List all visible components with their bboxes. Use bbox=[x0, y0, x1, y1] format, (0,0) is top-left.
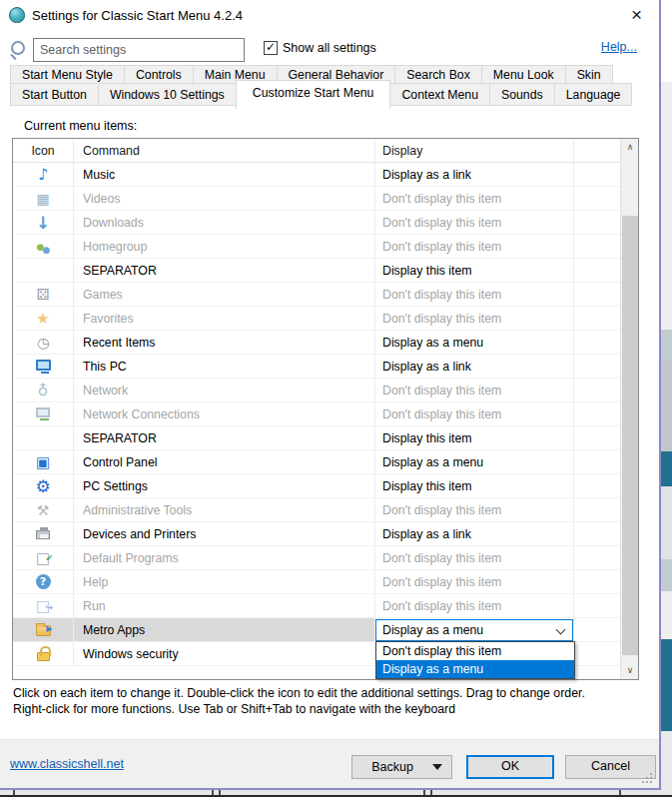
display-value[interactable]: Don't display this item bbox=[382, 551, 501, 565]
display-value[interactable]: Display this item bbox=[382, 479, 472, 493]
tab-row-2: Start ButtonWindows 10 SettingsCustomize… bbox=[10, 83, 653, 112]
menu-item-row-downloads[interactable]: DownloadsDon't display this item bbox=[13, 211, 638, 235]
this-pc-icon[interactable] bbox=[36, 360, 51, 371]
current-menu-items-label: Current menu items: bbox=[24, 119, 137, 133]
menu-item-row-pc-settings[interactable]: PC SettingsDisplay this item bbox=[13, 474, 638, 498]
homegroup-icon[interactable] bbox=[34, 238, 52, 256]
dropdown-option-don-t-display-this-item[interactable]: Don't display this item bbox=[376, 642, 574, 660]
display-value[interactable]: Display as a link bbox=[382, 168, 471, 182]
menu-item-row-this-pc[interactable]: This PCDisplay as a link bbox=[13, 355, 638, 379]
tab-start-menu-style[interactable]: Start Menu Style bbox=[10, 65, 125, 84]
control-panel-icon[interactable] bbox=[34, 453, 52, 471]
display-value[interactable]: Display as a menu bbox=[382, 336, 483, 350]
display-value[interactable]: Don't display this item bbox=[382, 192, 501, 206]
search-input[interactable] bbox=[33, 38, 245, 62]
menu-item-row-network-connections[interactable]: Network ConnectionsDon't display this it… bbox=[13, 402, 638, 426]
tab-skin[interactable]: Skin bbox=[565, 65, 613, 84]
menu-item-row-separator[interactable]: SEPARATORDisplay this item bbox=[13, 426, 638, 450]
background-gridline bbox=[619, 790, 621, 795]
table-header: Icon Command Display bbox=[13, 139, 638, 163]
network-connections-icon[interactable] bbox=[36, 407, 50, 417]
tab-search-box[interactable]: Search Box bbox=[394, 65, 482, 84]
display-value[interactable]: Display this item bbox=[382, 264, 472, 278]
tab-language[interactable]: Language bbox=[554, 83, 633, 106]
menu-item-row-videos[interactable]: VideosDon't display this item bbox=[13, 187, 638, 211]
checkbox-label: Show all settings bbox=[283, 41, 376, 55]
videos-icon[interactable] bbox=[34, 190, 52, 208]
backup-button[interactable]: Backup bbox=[351, 755, 452, 779]
scrollbar-down-icon[interactable]: ∨ bbox=[621, 662, 639, 679]
classicshell-link[interactable]: www.classicshell.net bbox=[10, 757, 124, 771]
display-value[interactable]: Don't display this item bbox=[382, 599, 501, 613]
vertical-scrollbar[interactable]: ∧ ∨ bbox=[620, 139, 638, 679]
resize-grip[interactable] bbox=[650, 773, 652, 775]
menu-item-row-administrative-tools[interactable]: Administrative ToolsDon't display this i… bbox=[13, 498, 638, 522]
display-value[interactable]: Display as a link bbox=[382, 360, 471, 374]
menu-item-row-help[interactable]: HelpDon't display this item bbox=[13, 570, 638, 594]
table-rows: MusicDisplay as a linkVideosDon't displa… bbox=[13, 163, 638, 666]
scrollbar-up-icon[interactable]: ∧ bbox=[621, 139, 639, 156]
metro-apps-icon[interactable] bbox=[36, 625, 51, 636]
show-all-settings-checkbox[interactable]: Show all settings bbox=[264, 41, 376, 55]
display-value[interactable]: Don't display this item bbox=[382, 288, 501, 302]
tab-context-menu[interactable]: Context Menu bbox=[389, 83, 490, 106]
window-title: Settings for Classic Start Menu 4.2.4 bbox=[32, 8, 243, 23]
display-value[interactable]: Display as a link bbox=[382, 527, 471, 541]
run-icon[interactable] bbox=[34, 597, 52, 615]
display-combobox[interactable]: Display as a menu bbox=[375, 619, 573, 641]
downloads-icon[interactable] bbox=[34, 214, 52, 232]
tab-controls[interactable]: Controls bbox=[124, 65, 194, 84]
menu-item-row-music[interactable]: MusicDisplay as a link bbox=[13, 163, 638, 187]
menu-item-row-games[interactable]: GamesDon't display this item bbox=[13, 283, 638, 307]
close-icon[interactable]: × bbox=[614, 1, 659, 30]
background-window-fragment bbox=[661, 330, 672, 360]
menu-item-row-homegroup[interactable]: HomegroupDon't display this item bbox=[13, 235, 638, 259]
chevron-down-icon bbox=[556, 625, 566, 635]
checkbox-checked-icon[interactable] bbox=[264, 41, 278, 55]
admin-tools-icon[interactable] bbox=[34, 501, 52, 519]
music-note-icon[interactable] bbox=[34, 166, 52, 184]
scrollbar-thumb[interactable] bbox=[622, 216, 638, 655]
help-link[interactable]: Help... bbox=[601, 40, 637, 54]
network-icon[interactable] bbox=[34, 382, 52, 399]
tab-sounds[interactable]: Sounds bbox=[489, 83, 555, 106]
cancel-button[interactable]: Cancel bbox=[565, 755, 656, 779]
menu-item-row-separator[interactable]: SEPARATORDisplay this item bbox=[13, 259, 638, 283]
ok-button[interactable]: OK bbox=[466, 755, 554, 779]
menu-item-row-devices-and-printers[interactable]: Devices and PrintersDisplay as a link bbox=[13, 522, 638, 546]
favorites-icon[interactable] bbox=[34, 310, 52, 328]
menu-item-row-run[interactable]: RunDon't display this item bbox=[13, 594, 638, 618]
display-value[interactable]: Don't display this item bbox=[382, 384, 501, 398]
tab-start-button[interactable]: Start Button bbox=[10, 83, 99, 106]
display-value[interactable]: Don't display this item bbox=[382, 240, 501, 254]
menu-item-row-recent-items[interactable]: Recent ItemsDisplay as a menu bbox=[13, 331, 638, 355]
display-value[interactable]: Don't display this item bbox=[382, 407, 501, 421]
background-taskbar-strip bbox=[0, 790, 672, 797]
tab-windows-10-settings[interactable]: Windows 10 Settings bbox=[98, 83, 237, 106]
tab-customize-start-menu[interactable]: Customize Start Menu bbox=[236, 80, 391, 109]
help-icon[interactable] bbox=[36, 574, 51, 589]
windows-security-icon[interactable] bbox=[37, 652, 50, 661]
display-value[interactable]: Don't display this item bbox=[382, 575, 501, 589]
command-label: Default Programs bbox=[83, 551, 179, 565]
instructions-text: Click on each item to change it. Double-… bbox=[13, 685, 632, 717]
recent-items-icon[interactable] bbox=[34, 334, 52, 352]
menu-item-row-default-programs[interactable]: Default ProgramsDon't display this item bbox=[13, 546, 638, 570]
menu-item-row-favorites[interactable]: FavoritesDon't display this item bbox=[13, 307, 638, 331]
display-value[interactable]: Don't display this item bbox=[382, 216, 501, 230]
dropdown-option-display-as-a-menu[interactable]: Display as a menu bbox=[376, 660, 574, 678]
menu-item-row-control-panel[interactable]: Control PanelDisplay as a menu bbox=[13, 450, 638, 474]
display-value[interactable]: Display as a menu bbox=[382, 455, 483, 469]
classic-shell-app-icon bbox=[9, 7, 25, 23]
pc-settings-icon[interactable] bbox=[34, 477, 52, 495]
command-label: This PC bbox=[83, 360, 127, 374]
tab-menu-look[interactable]: Menu Look bbox=[481, 65, 566, 84]
default-programs-icon[interactable] bbox=[34, 549, 52, 567]
devices-printers-icon[interactable] bbox=[36, 530, 50, 539]
display-value[interactable]: Don't display this item bbox=[382, 312, 501, 326]
menu-item-row-network[interactable]: NetworkDon't display this item bbox=[13, 379, 638, 402]
display-value[interactable]: Don't display this item bbox=[382, 503, 501, 517]
menu-item-row-metro-apps[interactable]: Metro AppsDisplay as a menuDon't display… bbox=[13, 618, 638, 642]
display-value[interactable]: Display this item bbox=[382, 431, 472, 445]
games-icon[interactable] bbox=[34, 286, 52, 304]
